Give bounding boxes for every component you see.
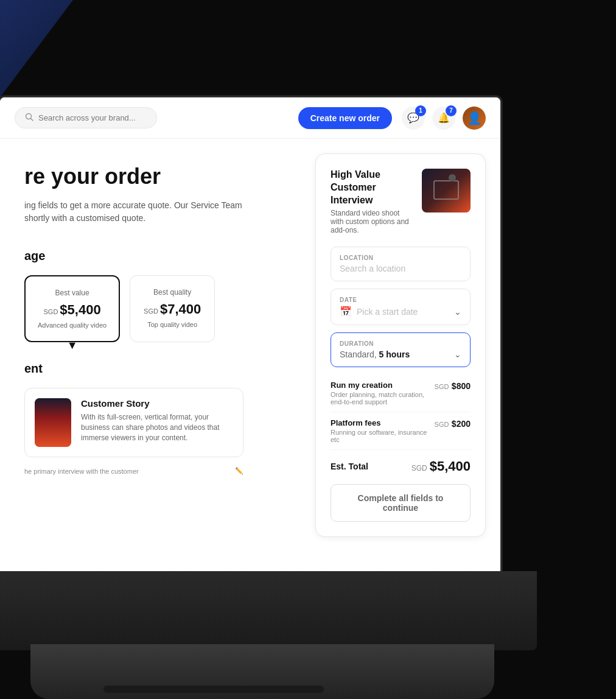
order-thumbnail	[422, 169, 471, 213]
pricing-currency-0: SGD	[435, 383, 449, 390]
bottom-note: he primary interview with the customer ✏…	[24, 467, 243, 475]
search-bar[interactable]	[15, 107, 157, 128]
create-new-order-button[interactable]: Create new order	[298, 107, 392, 129]
messages-badge: 1	[415, 105, 426, 116]
notifications-badge: 7	[446, 105, 457, 116]
pricing-value-1: $200	[452, 419, 471, 429]
pricing-row-1-info: Platform fees Running our software, insu…	[331, 418, 435, 443]
date-field[interactable]: DATE 📅 Pick a start date ⌄	[331, 289, 471, 325]
duration-label: DURATION	[340, 340, 461, 347]
package-currency-1: SGD	[44, 308, 58, 315]
date-placeholder: Pick a start date	[357, 307, 449, 317]
content-card-info: Customer Story With its full-screen, ver…	[81, 398, 233, 447]
chevron-down-icon: ⌄	[454, 307, 461, 317]
right-panel: High Value Customer Interview Standard v…	[306, 139, 500, 571]
pricing-section: Run my creation Order planning, match cu…	[331, 374, 471, 474]
package-best-quality[interactable]: Best quality SGD $7,400 Top quality vide…	[130, 275, 215, 342]
package-price-1: $5,400	[60, 302, 100, 318]
chevron-down-icon: ▼	[67, 339, 78, 352]
location-placeholder: Search a location	[340, 264, 405, 273]
chevron-down-duration-icon: ⌄	[454, 350, 461, 359]
date-input[interactable]: 📅 Pick a start date ⌄	[340, 306, 461, 317]
location-input[interactable]: Search a location	[340, 264, 461, 273]
order-header-info: High Value Customer Interview Standard v…	[331, 169, 413, 234]
left-panel: re your order ing fields to get a more a…	[0, 139, 306, 571]
content-section-label: ent	[24, 362, 306, 376]
order-header: High Value Customer Interview Standard v…	[331, 169, 471, 234]
package-currency-2: SGD	[144, 307, 158, 315]
content-card-description: With its full-screen, vertical format, y…	[81, 412, 233, 443]
header: Create new order 💬 1 🔔 7 👤	[0, 97, 500, 139]
svg-rect-2	[422, 169, 471, 213]
packages: Best value SGD $5,400 Advanced quality v…	[24, 275, 306, 342]
pricing-amount-0: SGD $800	[435, 381, 471, 392]
duration-value: Standard, 5 hours	[340, 350, 449, 359]
content-card-title: Customer Story	[81, 398, 233, 409]
duration-input[interactable]: Standard, 5 hours ⌄	[340, 350, 461, 359]
total-currency: SGD	[411, 464, 427, 472]
location-field[interactable]: LOCATION Search a location	[331, 247, 471, 281]
edit-icon[interactable]: ✏️	[235, 467, 243, 475]
total-amount: SGD $5,400	[411, 458, 471, 474]
laptop-bezel-bottom	[0, 571, 537, 650]
location-label: LOCATION	[340, 255, 461, 261]
laptop-base-inner	[103, 686, 324, 693]
pricing-row-0-info: Run my creation Order planning, match cu…	[331, 381, 435, 406]
pricing-currency-1: SGD	[435, 421, 449, 428]
date-label: DATE	[340, 297, 461, 303]
total-price: $5,400	[430, 458, 471, 474]
pricing-name-0: Run my creation	[331, 381, 435, 390]
total-label: Est. Total	[331, 462, 368, 471]
laptop-screen: Create new order 💬 1 🔔 7 👤 re your order…	[0, 97, 500, 571]
package-section-label: age	[24, 249, 306, 263]
pricing-row-0: Run my creation Order planning, match cu…	[331, 374, 471, 412]
pricing-row-1: Platform fees Running our software, insu…	[331, 412, 471, 450]
svg-point-4	[449, 174, 456, 181]
notifications-button[interactable]: 🔔 7	[432, 107, 455, 130]
duration-field[interactable]: DURATION Standard, 5 hours ⌄	[331, 332, 471, 367]
package-price-2: $7,400	[160, 301, 201, 317]
pricing-detail-0: Order planning, match curation, end-to-e…	[331, 391, 435, 406]
laptop-base	[30, 644, 494, 699]
content-card-image	[35, 398, 71, 447]
pricing-amount-1: SGD $200	[435, 418, 471, 429]
continue-button[interactable]: Complete all fields to continue	[331, 484, 471, 522]
content-card: Customer Story With its full-screen, ver…	[24, 388, 243, 457]
package-label-2: Best quality	[142, 288, 202, 297]
package-desc-2: Top quality video	[142, 321, 202, 328]
order-card: High Value Customer Interview Standard v…	[315, 153, 486, 537]
order-description: Standard video shoot with custom options…	[331, 209, 413, 234]
package-label-1: Best value	[38, 289, 107, 297]
calendar-icon: 📅	[340, 306, 352, 317]
order-title: High Value Customer Interview	[331, 169, 413, 206]
main-content: re your order ing fields to get a more a…	[0, 139, 500, 571]
header-icons: 💬 1 🔔 7 👤	[402, 107, 486, 130]
package-desc-1: Advanced quality video	[38, 321, 107, 329]
search-icon	[25, 113, 33, 123]
page-title: re your order	[24, 163, 306, 189]
svg-line-1	[31, 119, 33, 121]
avatar-image: 👤	[467, 111, 482, 125]
package-best-value[interactable]: Best value SGD $5,400 Advanced quality v…	[24, 275, 120, 342]
messages-button[interactable]: 💬 1	[402, 107, 425, 130]
avatar[interactable]: 👤	[463, 107, 486, 130]
total-row: Est. Total SGD $5,400	[331, 450, 471, 474]
pricing-detail-1: Running our software, insurance etc	[331, 429, 435, 443]
pricing-name-1: Platform fees	[331, 418, 435, 427]
search-input[interactable]	[38, 113, 147, 122]
page-subtitle: ing fields to get a more accurate quote.…	[24, 199, 306, 225]
pricing-value-0: $800	[452, 381, 471, 391]
